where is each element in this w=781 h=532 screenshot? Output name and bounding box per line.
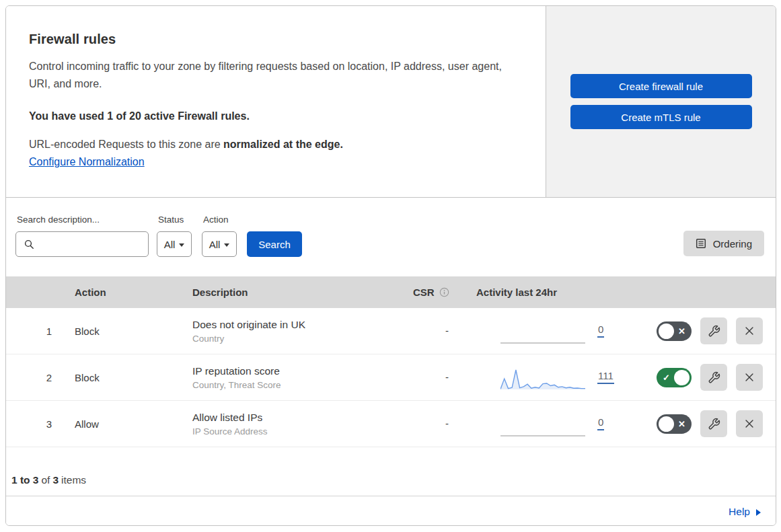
activity-count-link[interactable]: 0	[597, 417, 604, 430]
delete-rule-button[interactable]	[736, 410, 763, 437]
delete-rule-button[interactable]	[736, 317, 763, 344]
wrench-icon	[708, 371, 720, 384]
activity-cell: 111	[476, 363, 621, 391]
chevron-down-icon	[224, 243, 229, 247]
normalization-note: URL-encoded Requests to this zone are no…	[29, 139, 519, 151]
search-group: Search description...	[15, 215, 149, 276]
normalization-bold: normalized at the edge.	[223, 139, 343, 150]
rule-criteria: Country	[192, 334, 402, 344]
toggle-knob	[674, 370, 690, 385]
rule-priority: 1	[6, 326, 69, 337]
search-button-group: Search	[247, 215, 302, 276]
activity-cell: 0	[476, 410, 621, 438]
panel-header-text: Firewall rules Control incoming traffic …	[6, 6, 546, 197]
configure-normalization-link[interactable]: Configure Normalization	[29, 156, 145, 168]
rule-description-cell: IP reputation score Country, Threat Scor…	[187, 365, 402, 390]
toggle-state-icon: ✓	[663, 373, 670, 382]
filter-bar: Search description... Status All Action …	[6, 198, 776, 276]
activity-column-header: Activity last 24hr	[476, 287, 621, 298]
close-icon	[743, 325, 755, 337]
rule-action: Allow	[69, 418, 187, 430]
rule-action: Block	[69, 372, 187, 383]
table-header-row: Action Description CSR Activity last 24h…	[6, 276, 776, 308]
toggle-state-icon: ✕	[678, 327, 685, 336]
csr-value: -	[402, 325, 449, 336]
search-box	[15, 231, 149, 257]
close-icon	[743, 371, 755, 383]
toggle-knob	[659, 416, 674, 432]
rule-enabled-toggle[interactable]: ✕	[657, 414, 692, 434]
action-dropdown[interactable]: All	[202, 231, 237, 257]
help-bar: Help	[6, 496, 776, 526]
items-of-label: of	[41, 474, 50, 486]
page-description: Control incoming traffic to your zone by…	[29, 58, 516, 93]
action-label: Action	[203, 215, 237, 226]
create-firewall-rule-button[interactable]: Create firewall rule	[570, 74, 752, 98]
csr-value: -	[402, 371, 449, 383]
info-icon[interactable]	[439, 287, 449, 297]
action-dropdown-value: All	[209, 239, 221, 250]
firewall-rules-panel: Firewall rules Control incoming traffic …	[5, 5, 776, 526]
pagination-summary: 1 to 3 of 3 items	[6, 447, 776, 496]
help-link[interactable]: Help	[729, 506, 761, 518]
toggle-state-icon: ✕	[678, 420, 685, 428]
table-row: 3 Allow Allow listed IPs IP Source Addre…	[6, 401, 776, 447]
close-icon	[743, 418, 755, 430]
rule-action: Block	[69, 326, 187, 337]
search-label: Search description...	[17, 215, 149, 226]
rule-controls: ✕	[621, 317, 776, 344]
activity-sparkline	[500, 415, 585, 438]
rule-controls: ✓	[621, 364, 776, 391]
rule-priority: 2	[6, 372, 69, 383]
edit-rule-button[interactable]	[700, 364, 727, 391]
arrow-right-icon	[756, 509, 761, 516]
csr-column-header: CSR	[413, 287, 435, 298]
ordering-button[interactable]: Ordering	[683, 231, 764, 256]
activity-sparkline	[500, 322, 585, 345]
activity-sparkline	[500, 369, 585, 391]
usage-note: You have used 1 of 20 active Firewall ru…	[29, 110, 519, 122]
wrench-icon	[708, 325, 720, 338]
activity-count-link[interactable]: 111	[597, 371, 614, 384]
search-button[interactable]: Search	[247, 231, 302, 257]
status-dropdown-value: All	[164, 239, 176, 250]
rule-description-cell: Allow listed IPs IP Source Address	[187, 412, 402, 436]
rule-description: Allow listed IPs	[192, 412, 402, 424]
panel-header-section: Firewall rules Control incoming traffic …	[6, 6, 776, 198]
status-dropdown[interactable]: All	[157, 231, 192, 257]
search-icon	[24, 239, 35, 250]
items-total: 3	[52, 474, 59, 486]
ordering-button-label: Ordering	[713, 238, 752, 250]
rule-priority: 3	[6, 418, 69, 430]
rule-enabled-toggle[interactable]: ✓	[657, 368, 692, 387]
csr-value: -	[402, 418, 449, 429]
rule-criteria: Country, Threat Score	[192, 380, 402, 390]
rule-criteria: IP Source Address	[192, 426, 402, 436]
rule-enabled-toggle[interactable]: ✕	[657, 321, 692, 341]
edit-rule-button[interactable]	[700, 410, 727, 437]
rule-description: Does not originate in UK	[192, 319, 402, 331]
normalization-prefix: URL-encoded Requests to this zone are	[29, 139, 221, 150]
action-column-header: Action	[69, 287, 187, 298]
rule-description-cell: Does not originate in UK Country	[187, 319, 402, 344]
rule-controls: ✕	[621, 410, 776, 437]
description-column-header: Description	[187, 287, 402, 298]
help-link-label: Help	[729, 506, 750, 518]
items-range: 1 to 3	[11, 474, 38, 486]
create-mtls-rule-button[interactable]: Create mTLS rule	[570, 105, 752, 129]
toggle-knob	[659, 324, 674, 339]
items-label: items	[61, 474, 86, 486]
activity-count-link[interactable]: 0	[597, 324, 604, 338]
table-row: 2 Block IP reputation score Country, Thr…	[6, 354, 776, 401]
rule-description: IP reputation score	[192, 365, 402, 377]
activity-cell: 0	[476, 317, 621, 345]
status-filter-group: Status All	[157, 215, 192, 276]
delete-rule-button[interactable]	[736, 364, 763, 391]
status-label: Status	[158, 215, 192, 226]
list-icon	[696, 238, 706, 249]
search-input[interactable]	[39, 232, 145, 256]
panel-actions-section: Create firewall rule Create mTLS rule	[546, 6, 776, 197]
action-filter-group: Action All	[202, 215, 237, 276]
edit-rule-button[interactable]	[700, 317, 727, 344]
wrench-icon	[708, 418, 720, 430]
